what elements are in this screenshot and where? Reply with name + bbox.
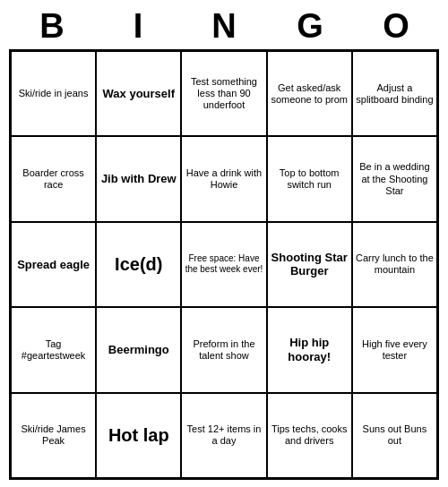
bingo-cell-r1c4: Be in a wedding at the Shooting Star — [352, 136, 437, 221]
bingo-cell-r0c1: Wax yourself — [96, 51, 181, 136]
bingo-cell-r3c0: Tag #geartestweek — [11, 307, 96, 392]
cell-text-r0c2: Test something less than 90 underfoot — [185, 76, 263, 112]
cell-text-r1c3: Top to bottom switch run — [271, 167, 349, 191]
bingo-cell-r2c1: Ice(d) — [96, 222, 181, 307]
bingo-letter: B — [13, 7, 91, 46]
bingo-cell-r3c2: Preform in the talent show — [181, 307, 266, 392]
cell-text-r4c3: Tips techs, cooks and drivers — [271, 423, 349, 447]
cell-text-r1c0: Boarder cross race — [14, 167, 92, 191]
bingo-grid: Ski/ride in jeansWax yourselfTest someth… — [9, 49, 439, 480]
bingo-cell-r3c1: Beermingo — [96, 307, 181, 392]
cell-text-r2c0: Spread eagle — [17, 258, 90, 272]
bingo-cell-r0c4: Adjust a splitboard binding — [352, 51, 437, 136]
cell-text-r3c2: Preform in the talent show — [185, 338, 263, 362]
cell-text-r2c3: Shooting Star Burger — [271, 251, 349, 278]
bingo-cell-r1c3: Top to bottom switch run — [267, 136, 352, 221]
bingo-cell-r0c2: Test something less than 90 underfoot — [181, 51, 266, 136]
bingo-cell-r1c0: Boarder cross race — [11, 136, 96, 221]
cell-text-r2c4: Carry lunch to the mountain — [356, 252, 434, 276]
cell-text-r1c4: Be in a wedding at the Shooting Star — [356, 161, 434, 197]
bingo-cell-r0c3: Get asked/ask someone to prom — [267, 51, 352, 136]
cell-text-r1c2: Have a drink with Howie — [185, 167, 263, 191]
bingo-cell-r4c2: Test 12+ items in a day — [181, 393, 266, 478]
cell-text-r0c0: Ski/ride in jeans — [19, 88, 89, 99]
cell-text-r3c0: Tag #geartestweek — [14, 338, 92, 362]
bingo-letter: I — [99, 7, 177, 46]
bingo-cell-r1c1: Jib with Drew — [96, 136, 181, 221]
cell-text-r4c4: Suns out Buns out — [356, 423, 434, 447]
bingo-cell-r4c1: Hot lap — [96, 393, 181, 478]
cell-text-r4c2: Test 12+ items in a day — [185, 423, 263, 447]
bingo-cell-r2c4: Carry lunch to the mountain — [352, 222, 437, 307]
cell-text-r2c2: Free space: Have the best week ever! — [185, 253, 263, 275]
bingo-cell-r2c3: Shooting Star Burger — [267, 222, 352, 307]
cell-text-r3c4: High five every tester — [356, 338, 434, 362]
cell-text-r3c1: Beermingo — [108, 343, 169, 357]
bingo-cell-r1c2: Have a drink with Howie — [181, 136, 266, 221]
cell-text-r3c3: Hip hip hooray! — [271, 336, 349, 363]
bingo-cell-r0c0: Ski/ride in jeans — [11, 51, 96, 136]
bingo-letter: O — [357, 7, 435, 46]
bingo-cell-r2c2: Free space: Have the best week ever! — [181, 222, 266, 307]
bingo-cell-r4c0: Ski/ride James Peak — [11, 393, 96, 478]
bingo-header: BINGO — [9, 7, 439, 46]
bingo-cell-r2c0: Spread eagle — [11, 222, 96, 307]
cell-text-r2c1: Ice(d) — [115, 253, 162, 275]
cell-text-r0c3: Get asked/ask someone to prom — [271, 82, 349, 106]
bingo-letter: G — [271, 7, 349, 46]
bingo-cell-r4c4: Suns out Buns out — [352, 393, 437, 478]
bingo-cell-r4c3: Tips techs, cooks and drivers — [267, 393, 352, 478]
cell-text-r4c0: Ski/ride James Peak — [14, 423, 92, 447]
cell-text-r4c1: Hot lap — [108, 424, 169, 446]
cell-text-r0c1: Wax yourself — [103, 87, 175, 101]
bingo-cell-r3c4: High five every tester — [352, 307, 437, 392]
bingo-cell-r3c3: Hip hip hooray! — [267, 307, 352, 392]
bingo-letter: N — [185, 7, 263, 46]
cell-text-r1c1: Jib with Drew — [101, 172, 177, 186]
cell-text-r0c4: Adjust a splitboard binding — [356, 82, 434, 106]
